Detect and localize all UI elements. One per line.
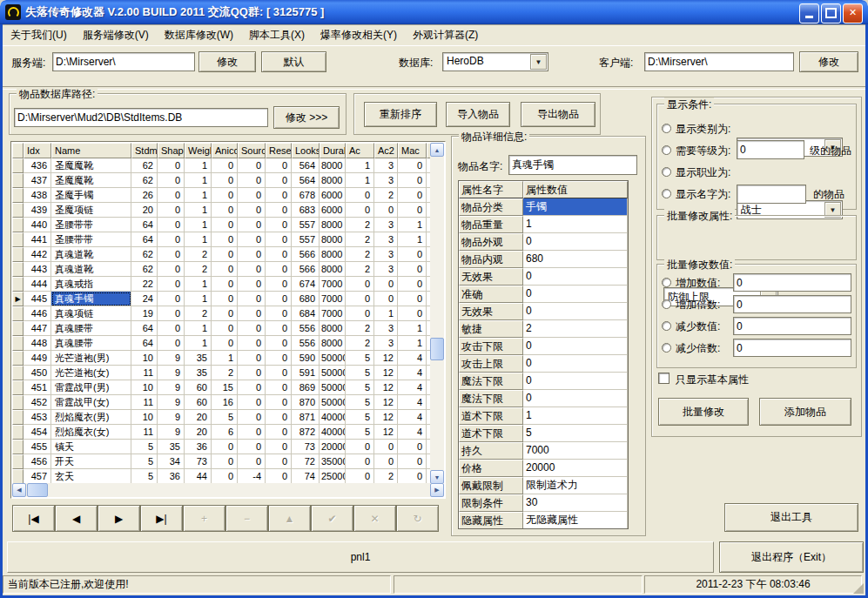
grid-cell[interactable]: 50000 (320, 366, 346, 380)
grid-cell[interactable]: 19 (131, 306, 158, 321)
grid-cell[interactable]: 0 (266, 395, 292, 410)
filter-name-radio[interactable] (662, 189, 671, 198)
grid-cell[interactable]: 457 (24, 469, 51, 484)
grid-cell[interactable]: 0 (238, 306, 266, 321)
attr-value-cell[interactable]: 0 (523, 286, 628, 303)
grid-cell[interactable]: 40000 (320, 425, 346, 440)
detail-row[interactable]: 无效果0 (459, 303, 628, 320)
attr-value-cell[interactable]: 7000 (523, 442, 628, 460)
grid-cell[interactable]: 20 (185, 410, 212, 425)
resort-button[interactable]: 重新排序 (364, 102, 437, 127)
grid-cell[interactable]: 9 (158, 380, 185, 395)
grid-cell[interactable]: 456 (24, 454, 51, 469)
grid-cell[interactable]: 564 (292, 173, 320, 188)
detail-row[interactable]: 准确0 (459, 286, 628, 303)
grid-cell[interactable]: 439 (24, 203, 51, 218)
grid-cell[interactable]: 4 (398, 351, 427, 366)
grid-cell[interactable]: 0 (158, 203, 185, 218)
grid-cell[interactable]: 0 (238, 218, 266, 232)
grid-cell[interactable]: 镇天 (51, 440, 131, 454)
grid-cell[interactable]: 0 (158, 306, 185, 321)
grid-cell[interactable]: 5 (131, 454, 158, 469)
grid-cell[interactable]: 2 (346, 262, 374, 277)
client-path-input[interactable] (644, 52, 794, 71)
grid-cell[interactable]: 真魂道靴 (51, 247, 131, 262)
grid-cell[interactable]: 442 (24, 247, 51, 262)
grid-cell[interactable]: 9 (158, 366, 185, 380)
attr-value-cell[interactable]: 0 (523, 303, 628, 320)
detail-row[interactable]: 攻击上限0 (459, 355, 628, 373)
attr-value-cell[interactable]: 0 (523, 355, 628, 373)
batch-add-value-input[interactable] (733, 273, 851, 292)
filter-level-radio[interactable] (662, 145, 671, 155)
database-select[interactable]: HeroDB ▼ (442, 52, 548, 71)
grid-cell[interactable]: 3 (374, 262, 398, 277)
table-row[interactable]: 457玄天536440-407425000020 (12, 469, 432, 484)
grid-cell[interactable]: 0 (158, 232, 185, 247)
grid-cell[interactable]: 20000 (320, 440, 346, 454)
grid-cell[interactable]: 3 (374, 173, 398, 188)
grid-cell[interactable]: 557 (292, 232, 320, 247)
grid-cell[interactable]: 869 (292, 380, 320, 395)
detail-row[interactable]: 魔法下限0 (459, 390, 628, 407)
detail-row[interactable]: 道术下限5 (459, 425, 628, 442)
import-items-button[interactable]: 导入物品 (446, 102, 510, 127)
scroll-down-icon[interactable]: ▼ (430, 470, 444, 484)
grid-cell[interactable]: 0 (158, 262, 185, 277)
grid-column-header[interactable]: Idx (24, 143, 51, 158)
grid-cell[interactable]: 0 (212, 440, 238, 454)
grid-cell[interactable]: 5 (346, 395, 374, 410)
grid-cell[interactable]: 0 (238, 173, 266, 188)
grid-cell[interactable]: 0 (238, 188, 266, 203)
client-modify-button[interactable]: 修改 (799, 51, 858, 72)
grid-cell[interactable]: 8000 (320, 158, 346, 173)
grid-cell[interactable]: 0 (238, 351, 266, 366)
grid-column-header[interactable]: Mac (398, 143, 427, 158)
minimize-button[interactable] (799, 3, 819, 24)
grid-cell[interactable]: 0 (398, 440, 427, 454)
grid-cell[interactable]: 0 (266, 247, 292, 262)
attr-value-cell[interactable]: 5 (523, 425, 628, 442)
scroll-right-icon[interactable]: ▶ (430, 483, 444, 497)
grid-cell[interactable]: 72 (292, 454, 320, 469)
grid-cell[interactable]: 0 (266, 366, 292, 380)
grid-cell[interactable]: 871 (292, 410, 320, 425)
grid-cell[interactable]: 0 (212, 262, 238, 277)
grid-cell[interactable]: 0 (158, 321, 185, 336)
attr-value-cell[interactable]: 0 (523, 373, 628, 390)
grid-cell[interactable]: 0 (238, 321, 266, 336)
grid-cell[interactable]: 1 (185, 218, 212, 232)
detail-row[interactable]: 道术下限1 (459, 407, 628, 425)
grid-cell[interactable]: 1 (398, 336, 427, 351)
grid-cell[interactable]: 16 (212, 395, 238, 410)
grid-cell[interactable]: 1 (398, 232, 427, 247)
table-row[interactable]: 456开天534730007235000000 (12, 454, 432, 469)
grid-cell[interactable]: 684 (292, 306, 320, 321)
grid-cell[interactable]: 0 (238, 454, 266, 469)
grid-cell[interactable]: 9 (158, 425, 185, 440)
attr-value-cell[interactable]: 手镯 (523, 198, 628, 216)
grid-cell[interactable]: 0 (266, 351, 292, 366)
grid-cell[interactable]: 557 (292, 218, 320, 232)
grid-cell[interactable]: 50000 (320, 351, 346, 366)
grid-column-header[interactable]: Looks (292, 143, 320, 158)
filter-level-input[interactable] (737, 140, 804, 159)
grid-cell[interactable]: 564 (292, 158, 320, 173)
detail-row[interactable]: 物品分类手镯 (459, 198, 628, 216)
grid-cell[interactable]: 9 (158, 395, 185, 410)
filter-job-radio[interactable] (662, 167, 671, 177)
table-row[interactable]: 448真魂腰带64010005568000231 (12, 336, 432, 351)
grid-cell[interactable]: 452 (24, 395, 51, 410)
grid-cell[interactable]: 62 (131, 173, 158, 188)
detail-row[interactable]: 物品重量1 (459, 216, 628, 233)
grid-cell[interactable]: 真魂腰带 (51, 336, 131, 351)
table-row[interactable]: 450光芒道袍(女)11935200591500005124 (12, 366, 432, 380)
table-row[interactable]: 439圣魔项链20010006836000000 (12, 203, 432, 218)
table-row[interactable]: 454烈焰魔衣(女)11920600872400005124 (12, 425, 432, 440)
grid-cell[interactable]: 454 (24, 425, 51, 440)
grid-cell[interactable]: 0 (212, 158, 238, 173)
attr-value-cell[interactable]: 限制道术力 (523, 477, 628, 494)
menu-item[interactable]: 脚本工具(X) (241, 25, 313, 44)
grid-cell[interactable]: 12 (374, 410, 398, 425)
grid-cell[interactable]: 0 (266, 440, 292, 454)
